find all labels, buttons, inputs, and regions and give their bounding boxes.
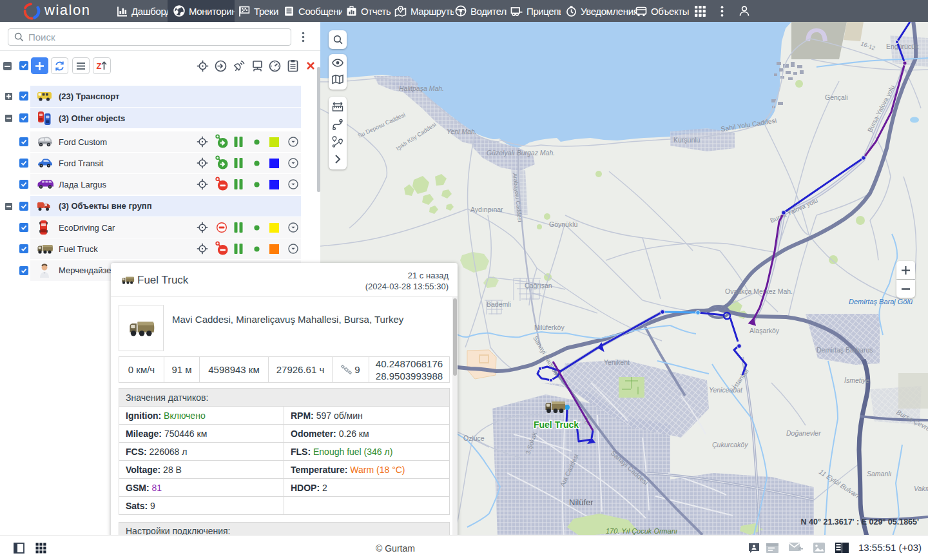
svg-text:Demirtaş Baraj Gölü: Demirtaş Baraj Gölü xyxy=(849,298,913,305)
svg-text:Nilüfer: Nilüfer xyxy=(569,497,594,507)
svg-text:Alaşarköy: Alaşarköy xyxy=(749,327,780,334)
svg-text:Halitpaşa Mah.: Halitpaşa Mah. xyxy=(399,84,444,92)
svg-text:Çağrışan: Çağrışan xyxy=(525,282,552,289)
svg-text:Samanlı: Samanlı xyxy=(867,470,892,478)
svg-text:Demirtaş Barbaros: Demirtaş Barbaros xyxy=(817,346,873,354)
svg-text:Fuel Truck: Fuel Truck xyxy=(534,420,579,430)
svg-text:Gençali: Gençali xyxy=(825,93,848,101)
svg-text:170. Yıl Çocuk Ormanı: 170. Yıl Çocuk Ormanı xyxy=(606,527,677,535)
svg-text:Özlüce: Özlüce xyxy=(463,434,485,442)
svg-text:İsmetiye: İsmetiye xyxy=(844,376,869,384)
svg-text:Nilüferköy: Nilüferköy xyxy=(534,323,565,331)
svg-text:Çukurcaköy: Çukurcaköy xyxy=(712,441,748,449)
svg-text:Güzelyalı Burgaz Mah.: Güzelyalı Burgaz Mah. xyxy=(487,149,555,157)
svg-text:Engürücük: Engürücük xyxy=(886,43,919,50)
svg-text:Vakıf: Vakıf xyxy=(914,485,928,492)
svg-text:Doğanevler: Doğanevler xyxy=(786,429,821,437)
svg-text:Yeni Mah.: Yeni Mah. xyxy=(447,128,477,135)
svg-text:Aydınpınar: Aydınpınar xyxy=(470,206,503,213)
svg-text:Kurşunlu: Kurşunlu xyxy=(673,136,701,144)
svg-text:Yenikent: Yenikent xyxy=(604,358,630,366)
svg-text:Yeniceabat: Yeniceabat xyxy=(709,386,743,394)
svg-text:Bademli: Bademli xyxy=(487,300,511,308)
svg-text:Göynüklü: Göynüklü xyxy=(549,220,578,228)
svg-text:N 40° 21.3617' : E 029° 05.186: N 40° 21.3617' : E 029° 05.1865' xyxy=(801,517,919,526)
svg-text:Ovaakça Merkez Mah.: Ovaakça Merkez Mah. xyxy=(725,287,793,295)
